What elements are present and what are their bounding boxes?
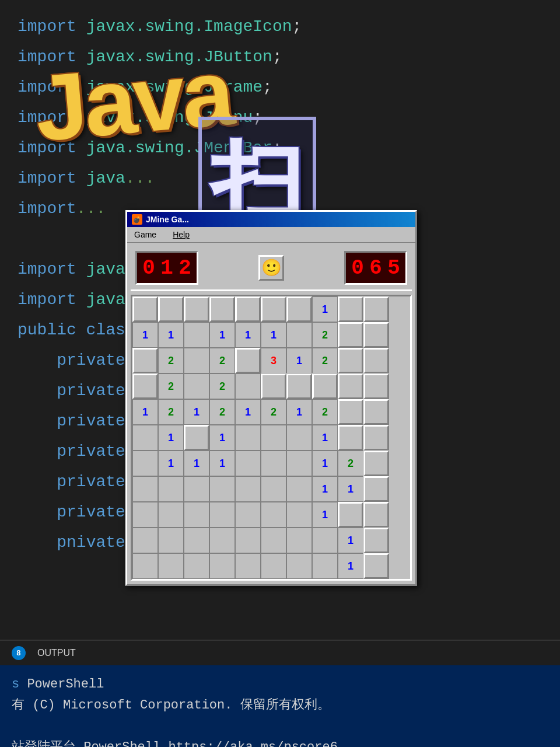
cell-1-6[interactable]: [286, 322, 312, 348]
cell-1-9[interactable]: [363, 322, 389, 348]
cell-9-2[interactable]: [184, 528, 209, 553]
cell-0-8[interactable]: [338, 296, 363, 322]
cell-3-6[interactable]: [286, 374, 312, 399]
cell-10-7[interactable]: [312, 553, 338, 579]
cell-3-2[interactable]: [184, 374, 209, 399]
cell-5-5[interactable]: [261, 425, 286, 451]
cell-10-1[interactable]: [158, 553, 184, 579]
cell-5-6[interactable]: [286, 425, 312, 451]
cell-1-4[interactable]: 1: [235, 322, 261, 348]
cell-7-8[interactable]: 1: [338, 476, 363, 502]
cell-9-8[interactable]: 1: [338, 528, 363, 553]
cell-9-9[interactable]: [363, 528, 389, 553]
cell-10-8[interactable]: 1: [338, 553, 363, 579]
cell-2-9[interactable]: [363, 348, 389, 374]
cell-5-8[interactable]: [338, 425, 363, 451]
cell-7-2[interactable]: [184, 476, 209, 502]
cell-8-5[interactable]: [261, 502, 286, 528]
cell-5-7[interactable]: 1: [312, 425, 338, 451]
cell-9-3[interactable]: [209, 528, 235, 553]
cell-4-5[interactable]: 2: [261, 399, 286, 425]
cell-0-6[interactable]: [286, 296, 312, 322]
cell-1-2[interactable]: [184, 322, 209, 348]
cell-8-3[interactable]: [209, 502, 235, 528]
cell-1-8[interactable]: [338, 322, 363, 348]
cell-6-5[interactable]: [261, 451, 286, 476]
cell-9-6[interactable]: [286, 528, 312, 553]
cell-5-0[interactable]: [132, 425, 158, 451]
cell-4-6[interactable]: 1: [286, 399, 312, 425]
cell-8-1[interactable]: [158, 502, 184, 528]
cell-2-3[interactable]: 2: [209, 348, 235, 374]
cell-6-0[interactable]: [132, 451, 158, 476]
cell-2-0[interactable]: [132, 348, 158, 374]
cell-9-0[interactable]: [132, 528, 158, 553]
cell-10-6[interactable]: [286, 553, 312, 579]
cell-10-4[interactable]: [235, 553, 261, 579]
cell-3-4[interactable]: [235, 374, 261, 399]
cell-0-3[interactable]: [209, 296, 235, 322]
cell-4-7[interactable]: 2: [312, 399, 338, 425]
cell-3-9[interactable]: [363, 374, 389, 399]
cell-4-9[interactable]: [363, 399, 389, 425]
cell-9-5[interactable]: [261, 528, 286, 553]
cell-7-3[interactable]: [209, 476, 235, 502]
cell-1-1[interactable]: 1: [158, 322, 184, 348]
cell-7-1[interactable]: [158, 476, 184, 502]
cell-1-0[interactable]: 1: [132, 322, 158, 348]
cell-1-5[interactable]: 1: [261, 322, 286, 348]
cell-2-8[interactable]: [338, 348, 363, 374]
cell-9-1[interactable]: [158, 528, 184, 553]
cell-6-2[interactable]: 1: [184, 451, 209, 476]
cell-8-4[interactable]: [235, 502, 261, 528]
cell-6-6[interactable]: [286, 451, 312, 476]
cell-3-7[interactable]: [312, 374, 338, 399]
menu-help[interactable]: Help: [170, 229, 192, 240]
cell-6-4[interactable]: [235, 451, 261, 476]
cell-1-3[interactable]: 1: [209, 322, 235, 348]
cell-4-4[interactable]: 1: [235, 399, 261, 425]
cell-6-1[interactable]: 1: [158, 451, 184, 476]
cell-6-7[interactable]: 1: [312, 451, 338, 476]
cell-0-7[interactable]: 1: [312, 296, 338, 322]
cell-6-8[interactable]: 2: [338, 451, 363, 476]
cell-0-4[interactable]: [235, 296, 261, 322]
cell-10-2[interactable]: [184, 553, 209, 579]
cell-8-8[interactable]: [338, 502, 363, 528]
cell-3-0[interactable]: [132, 374, 158, 399]
smiley-button[interactable]: 🙂: [258, 255, 284, 281]
cell-1-7[interactable]: 2: [312, 322, 338, 348]
cell-7-4[interactable]: [235, 476, 261, 502]
cell-5-2[interactable]: [184, 425, 209, 451]
cell-7-9[interactable]: [363, 476, 389, 502]
terminal-tab-output[interactable]: OUTPUT: [30, 645, 83, 661]
cell-7-7[interactable]: 1: [312, 476, 338, 502]
cell-8-9[interactable]: [363, 502, 389, 528]
cell-8-6[interactable]: [286, 502, 312, 528]
cell-8-7[interactable]: 1: [312, 502, 338, 528]
cell-10-5[interactable]: [261, 553, 286, 579]
cell-0-5[interactable]: [261, 296, 286, 322]
cell-10-0[interactable]: [132, 553, 158, 579]
cell-2-7[interactable]: 2: [312, 348, 338, 374]
cell-8-2[interactable]: [184, 502, 209, 528]
cell-4-2[interactable]: 1: [184, 399, 209, 425]
cell-3-5[interactable]: [261, 374, 286, 399]
cell-4-0[interactable]: 1: [132, 399, 158, 425]
cell-7-0[interactable]: [132, 476, 158, 502]
cell-10-3[interactable]: [209, 553, 235, 579]
cell-3-8[interactable]: [338, 374, 363, 399]
cell-3-3[interactable]: 2: [209, 374, 235, 399]
cell-9-7[interactable]: [312, 528, 338, 553]
window-titlebar[interactable]: 💣 JMine Ga...: [127, 212, 415, 227]
cell-0-1[interactable]: [158, 296, 184, 322]
cell-8-0[interactable]: [132, 502, 158, 528]
cell-5-1[interactable]: 1: [158, 425, 184, 451]
cell-2-4[interactable]: [235, 348, 261, 374]
cell-0-2[interactable]: [184, 296, 209, 322]
cell-0-9[interactable]: [363, 296, 389, 322]
cell-10-9[interactable]: [363, 553, 389, 579]
cell-5-9[interactable]: [363, 425, 389, 451]
cell-5-3[interactable]: 1: [209, 425, 235, 451]
cell-4-8[interactable]: [338, 399, 363, 425]
